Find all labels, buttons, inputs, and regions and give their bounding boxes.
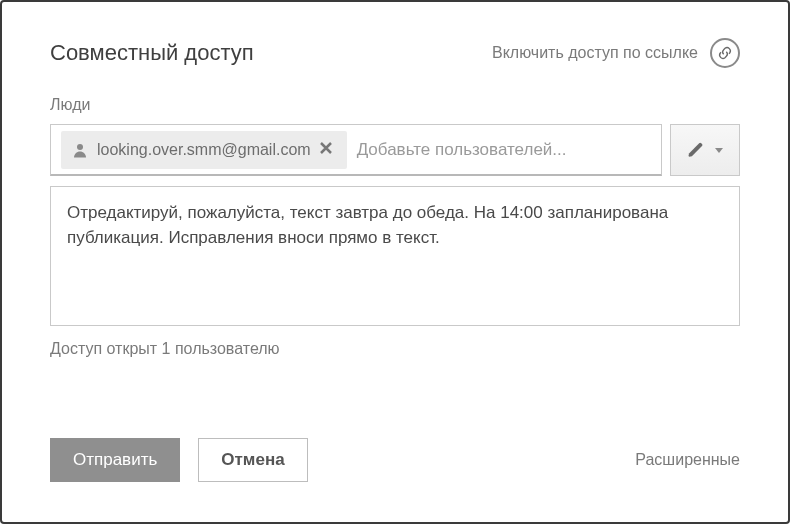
chip-email: looking.over.smm@gmail.com [97, 141, 311, 159]
advanced-link[interactable]: Расширенные [635, 451, 740, 469]
close-icon [319, 141, 333, 155]
enable-link-sharing[interactable]: Включить доступ по ссылке [492, 38, 740, 68]
chevron-down-icon [715, 148, 723, 153]
svg-point-0 [77, 144, 83, 150]
cancel-button[interactable]: Отмена [198, 438, 307, 482]
dialog-header: Совместный доступ Включить доступ по ссы… [50, 38, 740, 68]
person-icon [71, 141, 89, 159]
pencil-icon [687, 141, 705, 159]
permission-dropdown[interactable] [670, 124, 740, 176]
people-label: Люди [50, 96, 740, 114]
access-status: Доступ открыт 1 пользователю [50, 340, 740, 358]
user-chip: looking.over.smm@gmail.com [61, 131, 347, 169]
link-icon [710, 38, 740, 68]
send-button[interactable]: Отправить [50, 438, 180, 482]
message-textarea[interactable] [50, 186, 740, 326]
dialog-title: Совместный доступ [50, 40, 254, 66]
people-placeholder: Добавьте пользователей... [357, 140, 651, 160]
share-dialog: Совместный доступ Включить доступ по ссы… [0, 0, 790, 524]
dialog-footer: Отправить Отмена Расширенные [50, 408, 740, 482]
people-row: looking.over.smm@gmail.com Добавьте поль… [50, 124, 740, 176]
enable-link-label: Включить доступ по ссылке [492, 44, 698, 62]
people-input[interactable]: looking.over.smm@gmail.com Добавьте поль… [50, 124, 662, 176]
remove-chip-button[interactable] [319, 141, 337, 159]
